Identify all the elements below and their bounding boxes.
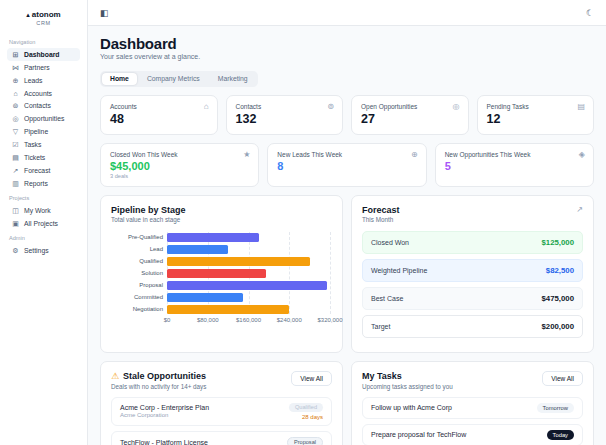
chart-track	[167, 257, 330, 266]
page-title: Dashboard	[100, 35, 594, 52]
settings-icon: ⚙	[11, 247, 20, 255]
task-row[interactable]: Follow up with Acme Corp Tomorrow	[362, 397, 583, 419]
task-due-badge: Tomorrow	[537, 403, 574, 413]
sidebar-item-label: Dashboard	[24, 51, 60, 58]
sidebar-item-accounts[interactable]: ⌂ Accounts	[7, 87, 80, 99]
sidebar-item-tasks[interactable]: ☑ Tasks	[7, 138, 80, 151]
theme-toggle-icon[interactable]: ☾	[586, 8, 594, 18]
chart-bar	[167, 257, 310, 266]
chart-track	[167, 245, 330, 254]
sidebar-item-forecast[interactable]: ↗ Forecast	[7, 164, 80, 177]
stat-card: Accounts 48 ⌂	[100, 95, 218, 135]
forecast-icon: ↗	[11, 167, 20, 175]
nav-section-label: Navigation	[9, 39, 78, 45]
nav-section-items: ⚙ Settings	[7, 244, 80, 257]
chart-bar-label: Committed	[111, 294, 163, 300]
opportunity-company: Acme Corporation	[120, 412, 209, 418]
weekly-label: Closed Won This Week	[110, 151, 249, 158]
stale-view-all-button[interactable]: View All	[291, 371, 332, 386]
chart-row: Pre-Qualified	[111, 231, 332, 243]
nav-section: Projects ◫ My Work ▣ All Projects	[0, 195, 87, 230]
stage-badge: Qualified	[289, 403, 323, 412]
my-tasks-card: My Tasks Upcoming tasks assigned to you …	[351, 361, 594, 445]
forecast-row-label: Best Case	[371, 295, 403, 302]
sidebar-item-label: Forecast	[24, 167, 50, 174]
stat-value: 132	[236, 112, 334, 126]
page-subtitle: Your sales overview at a glance.	[100, 53, 594, 60]
main-area: ◧ ☾ Dashboard Your sales overview at a g…	[88, 0, 606, 445]
trending-up-icon: ↗	[576, 205, 583, 214]
forecast-row: Closed Won $125,000	[362, 231, 583, 254]
stale-opportunity-row[interactable]: Acme Corp - Enterprise Plan Acme Corpora…	[111, 397, 332, 426]
tab-company-metrics[interactable]: Company Metrics	[139, 73, 208, 85]
sidebar-item-label: Tasks	[24, 141, 41, 148]
forecast-row: Best Case $475,000	[362, 287, 583, 310]
sidebar-item-leads[interactable]: ⊕ Leads	[7, 74, 80, 87]
stage-badge: Proposal	[287, 437, 323, 445]
sidebar-item-settings[interactable]: ⚙ Settings	[7, 244, 80, 257]
opportunities-icon: ◎	[11, 115, 20, 123]
forecast-card: Forecast This Month ↗ Closed Won $125,00…	[351, 195, 594, 354]
chart-subtitle: Total value in each stage	[111, 216, 332, 223]
weekly-stat-card: Closed Won This Week $45,000 3 deals ★	[100, 143, 259, 187]
forecast-row: Target $200,000	[362, 315, 583, 338]
stat-value: 27	[361, 112, 459, 126]
forecast-row-value: $82,500	[546, 266, 574, 275]
weekly-stat-card: New Opportunities This Week 5 ◈	[435, 143, 594, 187]
tasks-subtitle: Upcoming tasks assigned to you	[362, 383, 453, 390]
nav-section-items: ◫ My Work ▣ All Projects	[7, 204, 80, 230]
sidebar-item-reports[interactable]: ▥ Reports	[7, 177, 80, 190]
trophy-icon: ★	[243, 150, 250, 159]
chart-bar-label: Pre-Qualified	[111, 234, 163, 240]
chart-bar-label: Negotiation	[111, 306, 163, 312]
weekly-value: $45,000	[110, 160, 249, 172]
sidebar-item-partners[interactable]: ⋈ Partners	[7, 61, 80, 74]
chart-bar-label: Qualified	[111, 258, 163, 264]
stale-title: Stale Opportunities	[123, 371, 206, 381]
sidebar-item-dashboard[interactable]: ⊞ Dashboard	[7, 48, 80, 61]
sidebar-item-pipeline[interactable]: ▽ Pipeline	[7, 125, 80, 138]
sidebar-item-tickets[interactable]: ▤ Tickets	[7, 151, 80, 164]
sidebar-item-label: My Work	[24, 207, 51, 214]
logo-subtext: CRM	[0, 20, 87, 26]
task-due-badge: Today	[547, 430, 574, 440]
sidebar-item-my-work[interactable]: ◫ My Work	[7, 204, 80, 217]
sidebar-toggle-icon[interactable]: ◧	[100, 8, 109, 18]
top-bar: ◧ ☾	[88, 0, 606, 26]
tab-home[interactable]: Home	[102, 73, 137, 85]
tickets-icon: ▤	[11, 154, 20, 162]
stale-opportunity-row[interactable]: TechFlow - Platform License TechFlow Sol…	[111, 431, 332, 445]
clipboard-icon: ▤	[577, 102, 585, 111]
chart-row: Negotiation	[111, 303, 332, 315]
weekly-value: 8	[277, 160, 416, 172]
task-name: Prepare proposal for TechFlow	[371, 431, 466, 438]
stat-label: Accounts	[110, 103, 208, 110]
nav-section-label: Projects	[9, 195, 78, 201]
sidebar-item-opportunities[interactable]: ◎ Opportunities	[7, 112, 80, 125]
weekly-label: New Leads This Week	[277, 151, 416, 158]
chart-bar	[167, 293, 243, 302]
stat-cards-row: Accounts 48 ⌂ Contacts 132 ⊚ Open Opport…	[100, 95, 594, 135]
app-window: ▴ atonom CRM Navigation ⊞ Dashboard ⋈ Pa…	[0, 0, 606, 445]
leads-icon: ⊕	[11, 77, 20, 85]
user-plus-icon: ⊕	[411, 150, 418, 159]
sidebar-item-contacts[interactable]: ⊚ Contacts	[7, 99, 80, 112]
chart-bar-label: Lead	[111, 246, 163, 252]
chart-bar-label: Solution	[111, 270, 163, 276]
sidebar-item-label: Accounts	[24, 90, 52, 97]
stat-card: Pending Tasks 12 ▤	[477, 95, 595, 135]
dashboard-icon: ⊞	[11, 51, 20, 59]
x-tick-label: $320,000	[317, 317, 342, 323]
stale-subtitle: Deals with no activity for 14+ days	[111, 383, 206, 390]
chart-x-axis: $0$80,000$160,000$240,000$320,000	[167, 315, 330, 325]
tasks-view-all-button[interactable]: View All	[542, 371, 583, 386]
tab-marketing[interactable]: Marketing	[210, 73, 256, 85]
sidebar-item-label: Tickets	[24, 154, 45, 161]
sidebar-item-all-projects[interactable]: ▣ All Projects	[7, 217, 80, 230]
task-row[interactable]: Prepare proposal for TechFlow Today	[362, 424, 583, 445]
forecast-row-value: $475,000	[541, 294, 574, 303]
chart-bar	[167, 305, 289, 314]
opportunity-name: TechFlow - Platform License	[120, 439, 208, 445]
chart-track	[167, 293, 330, 302]
x-tick-label: $240,000	[277, 317, 302, 323]
